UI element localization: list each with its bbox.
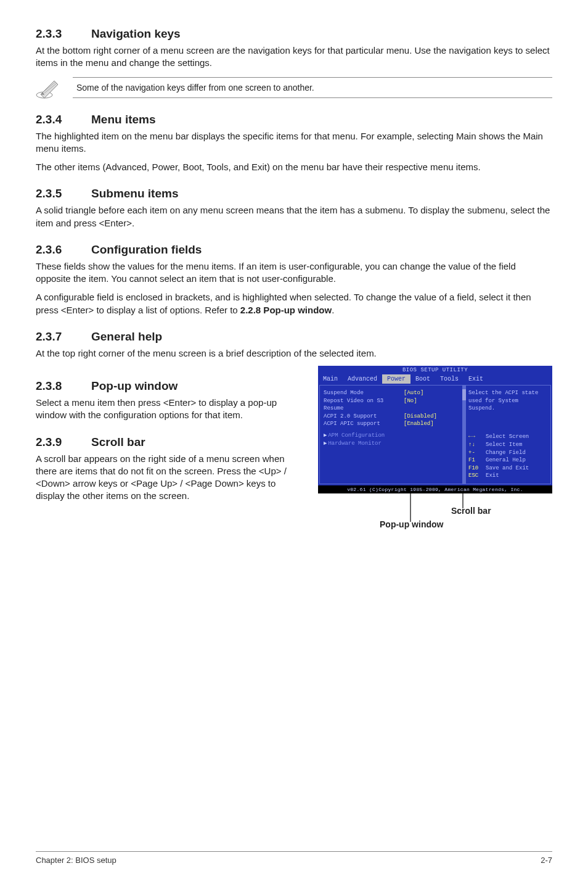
footer-chapter: Chapter 2: BIOS setup (36, 856, 116, 865)
caption-popup-window: Pop-up window (380, 519, 443, 529)
bios-item-label: Repost Video on S3 Resume (324, 397, 404, 413)
bios-item-label: ACPI APIC support (324, 420, 404, 428)
bios-item-value: [No] (404, 397, 417, 413)
paragraph: These fields show the values for the men… (36, 260, 552, 286)
heading-general-help: 2.3.7 General help (36, 330, 552, 344)
bios-tab-power[interactable]: Power (382, 374, 410, 384)
bios-tab-boot[interactable]: Boot (410, 374, 435, 384)
paragraph: Select a menu item then press <Enter> to… (36, 397, 306, 422)
heading-number: 2.3.8 (36, 379, 91, 393)
heading-menu-items: 2.3.4 Menu items (36, 113, 552, 126)
bios-item-value: [Enabled] (404, 420, 434, 428)
bios-item-suspend[interactable]: Suspend Mode [Auto] (324, 389, 460, 397)
paragraph: A scroll bar appears on the right side o… (36, 453, 306, 503)
bios-help-line: Select the ACPI state (468, 389, 547, 397)
bios-tab-exit[interactable]: Exit (463, 374, 488, 384)
heading-number: 2.3.7 (36, 330, 91, 344)
heading-popup-window: 2.3.8 Pop-up window (36, 379, 306, 393)
figure-captions: Scroll bar Pop-up window (318, 493, 552, 537)
bios-title: BIOS SETUP UTILITY (318, 366, 552, 374)
paragraph: The highlighted item on the menu bar dis… (36, 130, 552, 155)
bios-footer: v02.61 (C)Copyright 1985-2009, American … (318, 485, 552, 493)
bios-scrollbar[interactable] (462, 386, 466, 484)
heading-number: 2.3.6 (36, 243, 91, 257)
heading-configuration-fields: 2.3.6 Configuration fields (36, 243, 552, 257)
bios-nav-key: ESC (468, 472, 486, 480)
bios-main-panel: Suspend Mode [Auto] Repost Video on S3 R… (319, 385, 465, 484)
bios-nav-key: ↑↓ (468, 441, 486, 449)
bios-help-panel: Select the ACPI state used for System Su… (465, 385, 551, 484)
paragraph: A configurable field is enclosed in brac… (36, 291, 552, 316)
bios-nav-key: ←→ (468, 433, 486, 441)
bios-submenu-apm[interactable]: ▶APM Configuration (324, 432, 460, 440)
bios-item-apic[interactable]: ACPI APIC support [Enabled] (324, 420, 460, 428)
bios-nav-label: Select Screen (486, 434, 529, 440)
heading-number: 2.3.3 (36, 27, 91, 41)
bios-nav-label: Change Field (486, 450, 526, 456)
paragraph: A solid triangle before each item on any… (36, 204, 552, 229)
pencil-icon (36, 76, 62, 99)
heading-navigation-keys: 2.3.3 Navigation keys (36, 27, 552, 41)
callout-lines-icon (318, 493, 552, 537)
heading-title: Menu items (91, 113, 156, 126)
bios-help-line: used for System (468, 397, 547, 405)
bios-submenu-label: Hardware Monitor (328, 440, 381, 447)
caption-scroll-bar: Scroll bar (451, 506, 491, 516)
heading-title: General help (91, 330, 162, 344)
page-footer: Chapter 2: BIOS setup 2-7 (36, 851, 552, 865)
bios-menubar: Main Advanced Power Boot Tools Exit (318, 374, 552, 384)
paragraph: At the bottom right corner of a menu scr… (36, 44, 552, 70)
bios-nav-key: F10 (468, 464, 486, 472)
note-box: Some of the navigation keys differ from … (36, 76, 552, 99)
bios-screenshot: BIOS SETUP UTILITY Main Advanced Power B… (318, 366, 552, 493)
heading-number: 2.3.4 (36, 113, 91, 126)
bios-nav-legend: ←→Select Screen ↑↓Select Item +-Change F… (468, 433, 547, 480)
bios-item-label: ACPI 2.0 Support (324, 413, 404, 421)
bios-item-acpi20[interactable]: ACPI 2.0 Support [Disabled] (324, 413, 460, 421)
paragraph: At the top right corner of the menu scre… (36, 347, 552, 360)
bios-nav-key: F1 (468, 456, 486, 464)
heading-title: Scroll bar (91, 435, 145, 449)
bios-scrollbar-thumb[interactable] (462, 389, 466, 400)
footer-page-number: 2-7 (541, 856, 552, 865)
heading-title: Submenu items (91, 187, 178, 200)
bios-submenu-label: APM Configuration (328, 432, 385, 439)
bios-help-line: Suspend. (468, 405, 547, 413)
bios-nav-label: Select Item (486, 442, 522, 448)
note-text: Some of the navigation keys differ from … (73, 77, 552, 98)
text-bold: 2.2.8 Pop-up window (240, 305, 332, 315)
bios-submenu-hardware[interactable]: ▶Hardware Monitor (324, 440, 460, 448)
paragraph: The other items (Advanced, Power, Boot, … (36, 161, 552, 173)
bios-nav-key: +- (468, 449, 486, 457)
heading-number: 2.3.9 (36, 435, 91, 449)
bios-tab-tools[interactable]: Tools (435, 374, 463, 384)
svg-marker-1 (41, 81, 58, 98)
heading-title: Pop-up window (91, 379, 178, 393)
heading-submenu-items: 2.3.5 Submenu items (36, 187, 552, 200)
bios-item-label: Suspend Mode (324, 389, 404, 397)
heading-title: Configuration fields (91, 243, 202, 257)
bios-nav-label: Exit (486, 472, 499, 479)
bios-nav-label: Save and Exit (486, 465, 529, 471)
bios-nav-label: General Help (486, 457, 526, 463)
heading-scroll-bar: 2.3.9 Scroll bar (36, 435, 306, 449)
heading-title: Navigation keys (91, 27, 181, 41)
bios-tab-advanced[interactable]: Advanced (343, 374, 382, 384)
triangle-icon: ▶ (324, 440, 327, 447)
bios-item-repost[interactable]: Repost Video on S3 Resume [No] (324, 397, 460, 413)
heading-number: 2.3.5 (36, 187, 91, 200)
bios-item-value: [Auto] (404, 389, 423, 397)
bios-item-value: [Disabled] (404, 413, 437, 421)
triangle-icon: ▶ (324, 432, 327, 439)
bios-tab-main[interactable]: Main (318, 374, 343, 384)
text: . (332, 305, 334, 315)
